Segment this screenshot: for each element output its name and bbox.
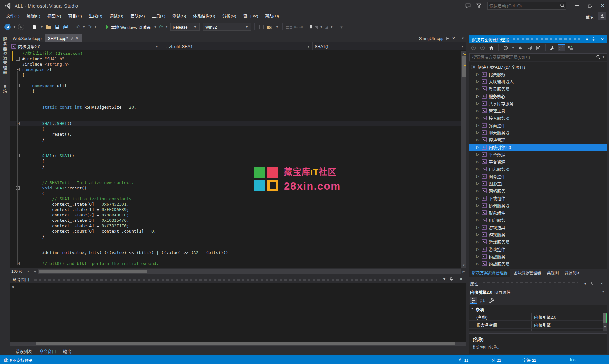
pin-icon[interactable] bbox=[592, 37, 598, 41]
code-line[interactable] bbox=[10, 169, 461, 175]
property-row[interactable]: 项目文件D:\... bbox=[469, 329, 607, 331]
sidebar-tab-server-explorer[interactable]: 服务器资源管理器 bbox=[2, 37, 8, 75]
close-preview-tab-icon[interactable]: ✕ bbox=[452, 36, 455, 41]
find-in-files-button[interactable] bbox=[266, 23, 273, 30]
expand-arrow-icon[interactable]: ▷ bbox=[476, 211, 480, 215]
code-line[interactable]: context_.state[2] = 0x98BADCFE; bbox=[10, 212, 461, 218]
menu-item-团队M[interactable]: 团队(M) bbox=[127, 11, 148, 21]
search-options-dropdown[interactable]: ▼ bbox=[601, 55, 606, 59]
dock-tab-错误列表[interactable]: 错误列表 bbox=[13, 347, 35, 355]
promote-preview-tab-icon[interactable] bbox=[446, 37, 449, 40]
collapse-region-icon[interactable]: − bbox=[16, 68, 20, 71]
window-drag-grip[interactable] bbox=[483, 282, 578, 285]
menu-item-项目P[interactable]: 项目(P) bbox=[64, 11, 85, 21]
tool-tab-解决方案资源管理器[interactable]: 解决方案资源管理器 bbox=[469, 268, 510, 277]
properties-button[interactable] bbox=[549, 44, 556, 51]
bookmark-icon[interactable] bbox=[309, 25, 313, 29]
project-row-游戏道具[interactable]: ▷游戏道具 bbox=[469, 224, 607, 231]
expand-arrow-icon[interactable]: ▷ bbox=[476, 131, 480, 135]
scroll-down-arrow[interactable]: ▼ bbox=[603, 325, 607, 329]
project-row-网络服务[interactable]: ▷网络服务 bbox=[469, 187, 607, 195]
window-drag-grip[interactable] bbox=[34, 278, 437, 281]
pin-icon[interactable] bbox=[591, 282, 596, 285]
code-line[interactable]: context_.state[4] = 0xC3D2E1F0; bbox=[10, 223, 461, 228]
code-line[interactable]: { bbox=[10, 158, 461, 164]
expand-arrow-icon[interactable]: ▷ bbox=[476, 233, 480, 237]
project-row-内核引擎2.0[interactable]: ▷内核引擎2.0 bbox=[469, 144, 607, 151]
project-row-游戏服务器[interactable]: ▷游戏服务器 bbox=[469, 238, 607, 246]
project-row-平台资源[interactable]: ▷平台资源 bbox=[469, 158, 607, 165]
undo-button[interactable]: ↶ bbox=[76, 24, 80, 30]
navbar-project-dropdown[interactable]: 内核引擎2.0 ▼ bbox=[10, 42, 161, 50]
project-row-游戏控件[interactable]: ▷游戏控件 bbox=[469, 246, 607, 253]
project-row-聊天服务器[interactable]: ▷聊天服务器 bbox=[469, 129, 607, 136]
expand-arrow-icon[interactable]: ▷ bbox=[476, 152, 480, 156]
open-file-button[interactable] bbox=[45, 23, 52, 30]
window-position-dropdown[interactable]: ▼ bbox=[442, 277, 447, 281]
code-line[interactable]: context_.state[3] = 0x10325476; bbox=[10, 218, 461, 223]
next-bookmark-dropdown[interactable]: ▼ bbox=[330, 25, 334, 29]
forward-button[interactable] bbox=[479, 44, 486, 51]
expand-arrow-icon[interactable]: ▷ bbox=[476, 167, 480, 171]
code-line[interactable]: − SHA1::~SHA1() bbox=[10, 153, 461, 158]
code-line[interactable]: { bbox=[10, 72, 461, 78]
code-line[interactable]: } bbox=[10, 137, 461, 142]
toolbar-overflow-handle[interactable]: ▾ bbox=[340, 25, 343, 29]
window-drag-grip[interactable] bbox=[513, 38, 580, 41]
menu-item-视图V[interactable]: 视图(V) bbox=[44, 11, 64, 21]
solution-configuration-combo[interactable]: Release▼ bbox=[170, 23, 200, 31]
navigate-back-button[interactable]: ◄ bbox=[4, 24, 11, 30]
project-row-约战服务[interactable]: ▷约战服务 bbox=[469, 253, 607, 260]
expand-arrow-icon[interactable]: ▷ bbox=[476, 182, 480, 186]
expand-arrow-icon[interactable]: ▷ bbox=[476, 262, 480, 266]
command-window-header[interactable]: 命令窗口 ▼ ✕ bbox=[10, 275, 466, 283]
solution-explorer-search-box[interactable]: ▼ bbox=[469, 53, 607, 61]
project-row-平台数据[interactable]: ▷平台数据 bbox=[469, 151, 607, 158]
search-icon[interactable] bbox=[596, 55, 601, 60]
code-text-area[interactable]: //藏宝库IT社区 (28xin.com)−#include "SHA1.h"#… bbox=[10, 51, 461, 268]
tool-tab-类视图[interactable]: 类视图 bbox=[544, 268, 561, 277]
code-line[interactable] bbox=[10, 175, 461, 180]
expand-arrow-icon[interactable]: ▷ bbox=[476, 94, 480, 98]
code-line[interactable]: //藏宝库IT社区 (28xin.com) bbox=[10, 51, 461, 56]
expand-arrow-icon[interactable]: ▷ bbox=[476, 189, 480, 193]
code-line[interactable]: − // blk0() and blk() perform the initia… bbox=[10, 261, 461, 266]
back-button[interactable] bbox=[470, 44, 477, 51]
code-line[interactable]: −#include "SHA1.h" bbox=[10, 56, 461, 61]
collapse-region-icon[interactable]: − bbox=[16, 84, 20, 87]
code-line[interactable]: − namespace util bbox=[10, 83, 461, 88]
project-row-日志服务器[interactable]: ▷日志服务器 bbox=[469, 165, 607, 173]
preview-tab-stringutil[interactable]: StringUtil.cpp bbox=[419, 36, 443, 41]
expand-arrow-icon[interactable]: ▷ bbox=[476, 203, 480, 208]
code-line[interactable] bbox=[10, 115, 461, 121]
close-button[interactable]: ✕ bbox=[596, 1, 609, 10]
property-value[interactable]: 内核引擎 bbox=[532, 321, 607, 328]
code-line[interactable] bbox=[10, 142, 461, 148]
document-tab-SHA1cpp[interactable]: SHA1.cpp*✕ bbox=[45, 34, 82, 42]
code-line[interactable] bbox=[10, 110, 461, 115]
expand-arrow-icon[interactable]: ▷ bbox=[476, 225, 480, 229]
zoom-level-combo[interactable]: 100 %▼ bbox=[10, 268, 32, 275]
code-line[interactable]: #include <string.h> bbox=[10, 61, 461, 67]
indent-increase-icon[interactable]: ⇥ bbox=[299, 25, 303, 29]
next-bookmark-icon[interactable]: ◢ bbox=[325, 25, 328, 29]
close-icon[interactable]: ✕ bbox=[458, 277, 464, 281]
command-window-hscrollbar[interactable] bbox=[10, 342, 466, 346]
properties-header[interactable]: 属性 ▼ ✕ bbox=[469, 279, 607, 288]
project-row-登录服务器[interactable]: ▷登录服务器 bbox=[469, 85, 607, 93]
show-all-files-button[interactable] bbox=[558, 44, 565, 51]
menu-item-帮助H[interactable]: 帮助(H) bbox=[262, 11, 283, 21]
solution-explorer-header[interactable]: 解决方案资源管理器 ▼ ✕ bbox=[469, 35, 607, 43]
code-line[interactable]: − void SHA1::reset() bbox=[10, 185, 461, 191]
pending-changes-filter-button[interactable] bbox=[502, 44, 509, 51]
hscroll-thumb[interactable] bbox=[36, 342, 455, 345]
code-line[interactable]: −namespace zl bbox=[10, 67, 461, 72]
menu-item-测试S[interactable]: 测试(S) bbox=[169, 11, 189, 21]
quick-launch-box[interactable] bbox=[487, 2, 566, 10]
expand-arrow-icon[interactable]: ▷ bbox=[476, 218, 480, 222]
hscroll-right-arrow[interactable]: ▶ bbox=[461, 270, 466, 273]
expand-arrow-icon[interactable]: ▷ bbox=[476, 72, 480, 76]
hscroll-thumb[interactable] bbox=[39, 270, 147, 273]
indent-decrease-icon[interactable]: ⇤ bbox=[294, 25, 298, 29]
notifications-flag-icon[interactable] bbox=[473, 2, 484, 10]
